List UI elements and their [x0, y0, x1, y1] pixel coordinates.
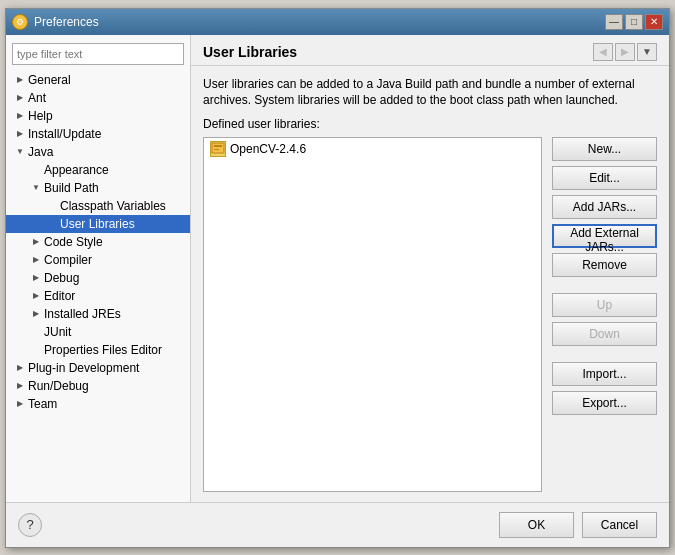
- expand-icon-java: ▼: [12, 144, 28, 160]
- expand-icon-propedit: [28, 342, 44, 358]
- right-panel: User Libraries ◀ ▶ ▼ User libraries can …: [191, 35, 669, 502]
- sidebar-label-jres: Installed JREs: [44, 307, 121, 321]
- expand-icon-appearance: [28, 162, 44, 178]
- export-button[interactable]: Export...: [552, 391, 657, 415]
- panel-header: User Libraries ◀ ▶ ▼: [191, 35, 669, 66]
- new-button[interactable]: New...: [552, 137, 657, 161]
- sidebar-label-compiler: Compiler: [44, 253, 92, 267]
- sidebar-label-help: Help: [28, 109, 53, 123]
- import-button[interactable]: Import...: [552, 362, 657, 386]
- sidebar-label-codestyle: Code Style: [44, 235, 103, 249]
- description-text: User libraries can be added to a Java Bu…: [203, 76, 657, 110]
- sidebar-label-general: General: [28, 73, 71, 87]
- sidebar-label-buildpath: Build Path: [44, 181, 99, 195]
- filter-box: [12, 43, 184, 65]
- expand-icon-install: ▶: [12, 126, 28, 142]
- maximize-button[interactable]: □: [625, 14, 643, 30]
- svg-rect-2: [214, 149, 219, 150]
- bottom-bar: ? OK Cancel: [6, 502, 669, 547]
- defined-label: Defined user libraries:: [203, 117, 657, 131]
- sidebar-item-installed-jres[interactable]: ▶ Installed JREs: [6, 305, 190, 323]
- expand-icon-team: ▶: [12, 396, 28, 412]
- ok-button[interactable]: OK: [499, 512, 574, 538]
- sidebar-label-appearance: Appearance: [44, 163, 109, 177]
- sidebar-item-run-debug[interactable]: ▶ Run/Debug: [6, 377, 190, 395]
- window-icon: ⚙: [12, 14, 28, 30]
- library-name-opencv: OpenCV-2.4.6: [230, 142, 306, 156]
- sidebar-label-install: Install/Update: [28, 127, 101, 141]
- library-item-opencv[interactable]: OpenCV-2.4.6: [204, 138, 541, 160]
- expand-icon-userlibs: [44, 216, 60, 232]
- expand-icon-help: ▶: [12, 108, 28, 124]
- nav-forward-button[interactable]: ▶: [615, 43, 635, 61]
- cancel-button[interactable]: Cancel: [582, 512, 657, 538]
- sidebar-item-help[interactable]: ▶ Help: [6, 107, 190, 125]
- expand-icon-compiler: ▶: [28, 252, 44, 268]
- up-button[interactable]: Up: [552, 293, 657, 317]
- panel-nav: ◀ ▶ ▼: [593, 43, 657, 61]
- expand-icon-general: ▶: [12, 72, 28, 88]
- titlebar-left: ⚙ Preferences: [12, 14, 99, 30]
- expand-icon-debug: ▶: [28, 270, 44, 286]
- expand-icon-rundebug: ▶: [12, 378, 28, 394]
- sidebar-label-classpath: Classpath Variables: [60, 199, 166, 213]
- sidebar-label-junit: JUnit: [44, 325, 71, 339]
- sidebar-label-editor: Editor: [44, 289, 75, 303]
- sidebar-item-java[interactable]: ▼ Java: [6, 143, 190, 161]
- sidebar-item-general[interactable]: ▶ General: [6, 71, 190, 89]
- preferences-window: ⚙ Preferences — □ ✕ ▶ General ▶: [5, 8, 670, 548]
- sidebar-item-editor[interactable]: ▶ Editor: [6, 287, 190, 305]
- sidebar-item-compiler[interactable]: ▶ Compiler: [6, 251, 190, 269]
- minimize-button[interactable]: —: [605, 14, 623, 30]
- sidebar-label-debug: Debug: [44, 271, 79, 285]
- sidebar-label-userlibs: User Libraries: [60, 217, 135, 231]
- expand-icon-ant: ▶: [12, 90, 28, 106]
- svg-rect-1: [214, 145, 222, 147]
- titlebar: ⚙ Preferences — □ ✕: [6, 9, 669, 35]
- expand-icon-editor: ▶: [28, 288, 44, 304]
- sidebar-item-junit[interactable]: JUnit: [6, 323, 190, 341]
- library-icon-opencv: [210, 141, 226, 157]
- sidebar-item-plugin-dev[interactable]: ▶ Plug-in Development: [6, 359, 190, 377]
- window-title: Preferences: [34, 15, 99, 29]
- button-panel: New... Edit... Add JARs... Add External …: [552, 137, 657, 491]
- sidebar-item-classpath[interactable]: Classpath Variables: [6, 197, 190, 215]
- edit-button[interactable]: Edit...: [552, 166, 657, 190]
- down-button[interactable]: Down: [552, 322, 657, 346]
- library-list[interactable]: OpenCV-2.4.6: [203, 137, 542, 491]
- expand-icon-jres: ▶: [28, 306, 44, 322]
- expand-icon-plugin: ▶: [12, 360, 28, 376]
- sidebar-label-plugin: Plug-in Development: [28, 361, 139, 375]
- sidebar-item-build-path[interactable]: ▼ Build Path: [6, 179, 190, 197]
- remove-button[interactable]: Remove: [552, 253, 657, 277]
- filter-input[interactable]: [12, 43, 184, 65]
- svg-rect-0: [212, 143, 224, 153]
- sidebar-label-ant: Ant: [28, 91, 46, 105]
- nav-dropdown-button[interactable]: ▼: [637, 43, 657, 61]
- sidebar-item-install-update[interactable]: ▶ Install/Update: [6, 125, 190, 143]
- add-jars-button[interactable]: Add JARs...: [552, 195, 657, 219]
- sidebar-item-code-style[interactable]: ▶ Code Style: [6, 233, 190, 251]
- dialog-buttons: OK Cancel: [499, 512, 657, 538]
- close-button[interactable]: ✕: [645, 14, 663, 30]
- nav-back-button[interactable]: ◀: [593, 43, 613, 61]
- sidebar-item-ant[interactable]: ▶ Ant: [6, 89, 190, 107]
- sidebar-item-user-libraries[interactable]: User Libraries: [6, 215, 190, 233]
- sidebar-label-team: Team: [28, 397, 57, 411]
- sidebar-label-rundebug: Run/Debug: [28, 379, 89, 393]
- expand-icon-buildpath: ▼: [28, 180, 44, 196]
- help-button[interactable]: ?: [18, 513, 42, 537]
- left-panel: ▶ General ▶ Ant ▶ Help ▶ Install/Update: [6, 35, 191, 502]
- tree-area: ▶ General ▶ Ant ▶ Help ▶ Install/Update: [6, 71, 190, 498]
- titlebar-controls: — □ ✕: [605, 14, 663, 30]
- sidebar-label-java: Java: [28, 145, 53, 159]
- sidebar-item-debug[interactable]: ▶ Debug: [6, 269, 190, 287]
- sidebar-item-appearance[interactable]: Appearance: [6, 161, 190, 179]
- sidebar-item-properties-editor[interactable]: Properties Files Editor: [6, 341, 190, 359]
- expand-icon-classpath: [44, 198, 60, 214]
- content-area: ▶ General ▶ Ant ▶ Help ▶ Install/Update: [6, 35, 669, 502]
- add-external-jars-button[interactable]: Add External JARs...: [552, 224, 657, 248]
- panel-content: User libraries can be added to a Java Bu…: [191, 66, 669, 502]
- sidebar-label-propedit: Properties Files Editor: [44, 343, 162, 357]
- sidebar-item-team[interactable]: ▶ Team: [6, 395, 190, 413]
